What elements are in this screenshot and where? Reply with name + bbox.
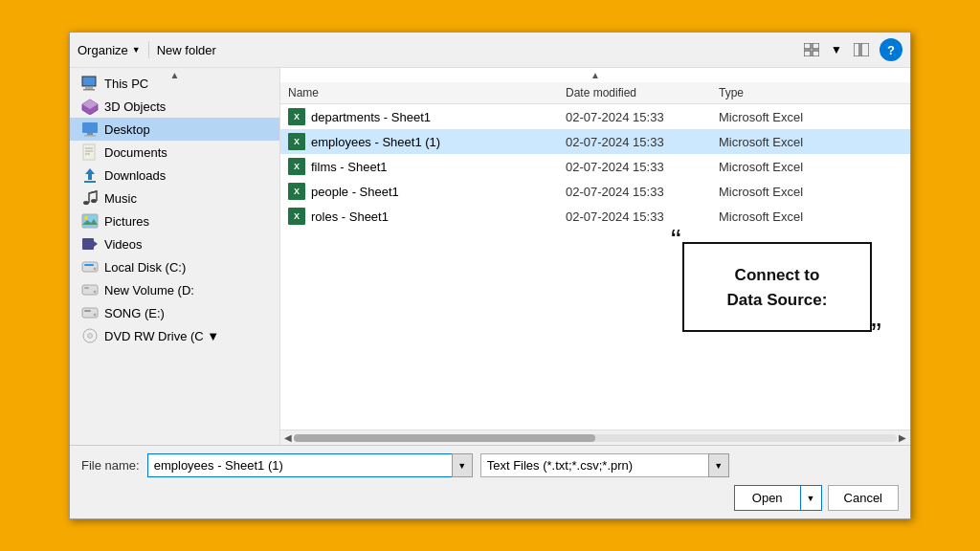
- sidebar: ▲ This PC 3D Obj: [70, 68, 280, 445]
- svg-marker-18: [85, 168, 95, 180]
- file-date: 02-07-2024 15:33: [566, 209, 719, 224]
- sidebar-label-dvd-rw: DVD RW Drive (C ▼: [104, 329, 219, 343]
- sidebar-item-dvd-rw[interactable]: DVD RW Drive (C ▼: [70, 324, 279, 347]
- svg-rect-23: [82, 214, 98, 228]
- downloads-icon: [81, 166, 99, 184]
- open-button-wrap: Open ▼: [734, 485, 822, 511]
- file-date: 02-07-2024 15:33: [566, 110, 719, 124]
- view-panel-button[interactable]: [851, 39, 872, 60]
- svg-rect-31: [82, 285, 98, 295]
- filename-input[interactable]: [147, 453, 473, 477]
- open-button[interactable]: Open: [734, 485, 800, 511]
- svg-point-21: [91, 199, 97, 203]
- excel-icon: X: [288, 208, 305, 225]
- sidebar-label-song-e: SONG (E:): [104, 306, 165, 320]
- excel-icon: X: [288, 108, 305, 125]
- new-folder-button[interactable]: New folder: [157, 43, 216, 57]
- svg-rect-5: [861, 43, 869, 56]
- file-type: Microsoft Excel: [719, 185, 902, 199]
- help-button[interactable]: ?: [880, 38, 902, 61]
- 3d-icon: [81, 98, 99, 115]
- documents-icon: [81, 143, 99, 161]
- filename-input-wrap: ▼: [147, 453, 473, 477]
- sidebar-item-local-disk-c[interactable]: Local Disk (C:): [70, 255, 279, 278]
- table-row[interactable]: X people - Sheet1 02-07-2024 15:33 Micro…: [280, 179, 910, 204]
- table-row[interactable]: X roles - Sheet1 02-07-2024 15:33 Micros…: [280, 204, 910, 229]
- sidebar-item-videos[interactable]: Videos: [70, 232, 279, 255]
- sidebar-item-music[interactable]: Music: [70, 187, 279, 209]
- sidebar-item-documents[interactable]: Documents: [70, 141, 279, 164]
- sidebar-label-3d-objects: 3D Objects: [104, 99, 166, 114]
- main-area: ▲ This PC 3D Obj: [70, 68, 910, 445]
- svg-point-30: [94, 268, 97, 271]
- svg-rect-26: [82, 238, 94, 250]
- organize-label: Organize: [78, 43, 128, 57]
- svg-rect-14: [83, 144, 95, 160]
- svg-rect-29: [84, 264, 94, 266]
- sidebar-label-videos: Videos: [104, 237, 143, 252]
- toolbar: Organize ▼ New folder ▼: [70, 33, 910, 68]
- svg-point-33: [94, 291, 97, 294]
- sidebar-item-new-volume-d[interactable]: New Volume (D:: [70, 278, 279, 301]
- hscroll-left-arrow[interactable]: ◀: [282, 432, 294, 443]
- disk-c-icon: [81, 258, 99, 276]
- hscroll-right-arrow[interactable]: ▶: [897, 432, 908, 443]
- view-grid-button[interactable]: [801, 39, 822, 60]
- file-name: films - Sheet1: [311, 160, 387, 174]
- file-name-cell: X roles - Sheet1: [288, 208, 566, 225]
- table-row[interactable]: X departments - Sheet1 02-07-2024 15:33 …: [280, 104, 910, 129]
- file-content-area: ▲ Name Date modified Type X departments …: [280, 68, 910, 445]
- filetype-select-wrap: Text Files (*.txt;*.csv;*.prn) ▼: [480, 453, 729, 477]
- file-name: departments - Sheet1: [311, 110, 431, 124]
- svg-rect-7: [85, 87, 93, 89]
- view-dropdown-button[interactable]: ▼: [826, 39, 847, 60]
- file-type: Microsoft Excel: [719, 110, 902, 124]
- open-dropdown-button[interactable]: ▼: [800, 485, 822, 511]
- svg-rect-1: [813, 43, 819, 49]
- col-header-name: Name: [288, 86, 566, 99]
- view-icons: ▼: [801, 39, 872, 60]
- sidebar-item-song-e[interactable]: SONG (E:): [70, 301, 279, 324]
- svg-rect-28: [82, 262, 98, 272]
- file-name-cell: X films - Sheet1: [288, 158, 566, 175]
- hscroll-track: [294, 434, 897, 442]
- disk-d-icon: [81, 281, 99, 298]
- svg-rect-4: [854, 43, 859, 56]
- table-row[interactable]: X films - Sheet1 02-07-2024 15:33 Micros…: [280, 154, 910, 179]
- svg-rect-35: [84, 310, 91, 312]
- table-row[interactable]: X employees - Sheet1 (1) 02-07-2024 15:3…: [280, 129, 910, 154]
- filename-label: File name:: [81, 458, 140, 473]
- divider: [148, 41, 149, 58]
- excel-icon: X: [288, 183, 305, 200]
- file-date: 02-07-2024 15:33: [566, 185, 719, 199]
- sidebar-label-pictures: Pictures: [104, 214, 149, 229]
- sidebar-label-downloads: Downloads: [104, 168, 166, 183]
- svg-rect-0: [804, 43, 811, 49]
- svg-point-36: [94, 314, 97, 317]
- cancel-button[interactable]: Cancel: [828, 485, 899, 511]
- excel-icon: X: [288, 158, 305, 175]
- filename-dropdown-button[interactable]: ▼: [452, 453, 473, 477]
- file-type: Microsoft Excel: [719, 160, 902, 174]
- svg-rect-12: [87, 133, 93, 135]
- buttons-row: Open ▼ Cancel: [81, 485, 899, 511]
- file-date: 02-07-2024 15:33: [566, 135, 719, 149]
- organize-button[interactable]: Organize ▼: [78, 43, 141, 57]
- horizontal-scrollbar[interactable]: ◀ ▶: [280, 430, 910, 445]
- videos-icon: [81, 235, 99, 253]
- sidebar-item-downloads[interactable]: Downloads: [70, 164, 279, 187]
- file-list-header: Name Date modified Type: [280, 82, 910, 104]
- svg-rect-3: [813, 51, 819, 56]
- disk-e-icon: [81, 304, 99, 321]
- sidebar-scroll-up: ▲: [70, 68, 279, 82]
- svg-rect-11: [82, 122, 98, 133]
- sidebar-item-desktop[interactable]: Desktop: [70, 118, 279, 141]
- filetype-select[interactable]: Text Files (*.txt;*.csv;*.prn): [480, 453, 729, 477]
- file-name: people - Sheet1: [311, 185, 399, 199]
- sidebar-label-desktop: Desktop: [104, 122, 150, 137]
- sidebar-label-new-volume-d: New Volume (D:: [104, 283, 194, 298]
- svg-rect-32: [84, 287, 89, 289]
- svg-rect-13: [84, 135, 96, 137]
- sidebar-item-3d-objects[interactable]: 3D Objects: [70, 95, 279, 118]
- sidebar-item-pictures[interactable]: Pictures: [70, 209, 279, 232]
